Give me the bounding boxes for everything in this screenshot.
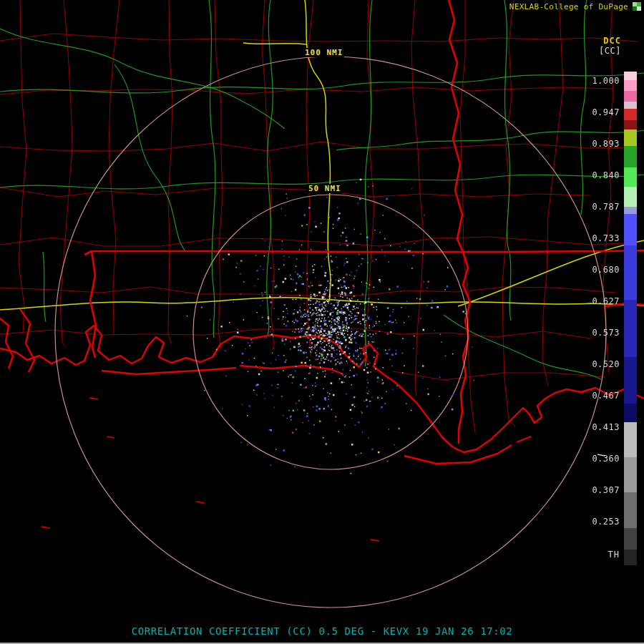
scale-tick-label: 0.413 xyxy=(592,422,620,432)
corner-logo-glyph xyxy=(633,2,641,11)
credit-text: NEXLAB-College of DuPage xyxy=(509,2,628,11)
radar-display: 100 NMI 50 NMI NEXLAB-College of DuPage … xyxy=(0,0,644,644)
color-scale-segment xyxy=(624,120,637,130)
color-scale-segment xyxy=(624,492,637,528)
color-scale-segment xyxy=(624,109,637,120)
scale-tick-label: 0.733 xyxy=(592,233,620,243)
color-scale-segment xyxy=(624,245,637,299)
scale-tick-label: 0.360 xyxy=(592,454,620,464)
color-scale-segment xyxy=(624,80,637,91)
color-scale-segment xyxy=(624,528,637,550)
scale-tick-label: 0.573 xyxy=(592,328,620,338)
ring-label-100nmi: 100 NMI xyxy=(303,48,344,57)
scale-tick-label: 0.787 xyxy=(592,202,620,212)
color-scale-segment xyxy=(624,91,637,102)
ring-label-50nmi: 50 NMI xyxy=(307,184,343,193)
scale-tick-label: 0.947 xyxy=(592,107,620,117)
color-scale-segment xyxy=(624,187,637,207)
scale-tick-label: 0.520 xyxy=(592,359,620,369)
color-scale-bar xyxy=(624,72,637,565)
scale-tick-label: 1.000 xyxy=(592,76,620,86)
color-scale-segment xyxy=(624,550,637,565)
color-scale-segment xyxy=(624,357,637,404)
scale-tick-label: 0.307 xyxy=(592,485,620,495)
product-caption: CORRELATION COEFFICIENT (CC) 0.5 DEG - K… xyxy=(0,625,644,637)
scale-tick-label: 0.253 xyxy=(592,517,620,527)
color-scale-segment xyxy=(624,214,637,246)
color-scale-segment xyxy=(624,422,637,457)
color-scale-segment xyxy=(624,300,637,357)
radar-echoes-canvas xyxy=(0,0,644,644)
scale-tick-label: 0.467 xyxy=(592,391,620,401)
threshold-label: TH xyxy=(608,550,620,560)
color-scale-segment xyxy=(624,146,637,167)
scale-tick-label: 0.840 xyxy=(592,170,620,180)
color-scale-segment xyxy=(624,72,637,80)
color-scale-segment xyxy=(624,130,637,146)
scale-tick-label: 0.627 xyxy=(592,296,620,306)
color-scale-segment xyxy=(624,167,637,187)
scale-tick-label: 0.893 xyxy=(592,139,620,149)
color-scale-segment xyxy=(624,457,637,493)
color-scale-segment xyxy=(624,404,637,423)
color-scale-segment xyxy=(624,102,637,109)
color-scale-segment xyxy=(624,207,637,214)
units-label: [CC] xyxy=(599,46,621,56)
scale-tick-label: 0.680 xyxy=(592,265,620,275)
product-code-label: DCC xyxy=(603,36,621,46)
